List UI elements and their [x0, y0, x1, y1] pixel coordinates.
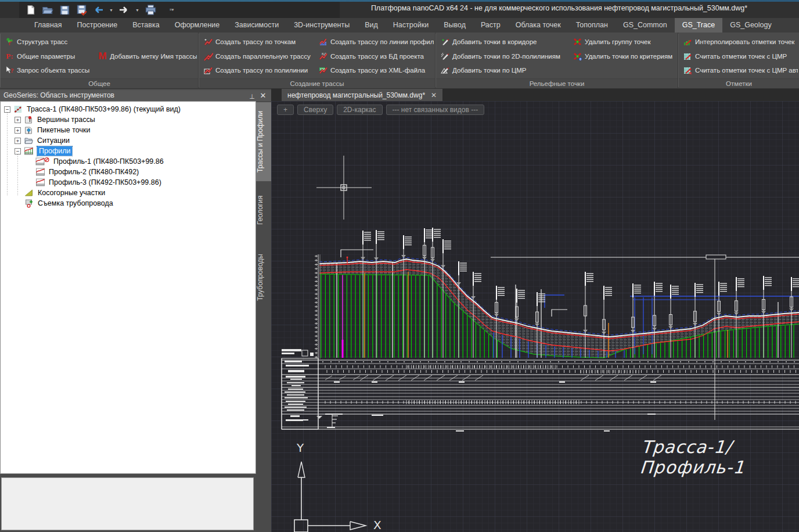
tree-item-vertices[interactable]: + Вершины трассы: [1, 114, 255, 125]
delete-point-group-button[interactable]: Удалить группу точек: [570, 35, 675, 48]
tab-glavnaya[interactable]: Главная: [27, 18, 70, 33]
pin-icon[interactable]: ⊥: [248, 92, 256, 100]
create-track-by-polyline-button[interactable]: Создать трассу по полилинии: [201, 64, 312, 77]
tab-gs-geology[interactable]: GS_Geology: [722, 18, 779, 33]
survey-icon: [24, 199, 35, 208]
ribbon-group-relief-points: Добавить точки в коридоре Добавить точки…: [435, 33, 678, 88]
expand-icon[interactable]: +: [15, 138, 21, 144]
tree-item-profile-3[interactable]: Профиль-3 (ПК492-ПК503+99.86): [1, 177, 255, 188]
tree-item-pipeline-survey[interactable]: Съемка трубопровода: [1, 198, 255, 209]
side-tab-pipelines[interactable]: Трубопроводы: [256, 247, 271, 308]
ucs-x-label: X: [373, 518, 381, 532]
tab-oblaka-tochek[interactable]: Облака точек: [508, 18, 568, 33]
add-points-in-corridor-button[interactable]: Добавить точки в коридоре: [438, 35, 567, 48]
tree-item-situations[interactable]: + Ситуации: [1, 135, 255, 146]
tab-topoplan[interactable]: Топоплан: [568, 18, 616, 33]
tree-item-profiles[interactable]: − Профили: [1, 146, 255, 156]
tree-item-pickets[interactable]: + Пикетные точки: [1, 125, 255, 135]
read-marks-from-dem-button[interactable]: Считать отметки точек с ЦМР: [681, 50, 798, 63]
tab-nastroyki[interactable]: Настройки: [386, 18, 436, 33]
profile-warning-icon: [35, 157, 51, 166]
ribbon-group-common: Структура трасс P: Общие параметры ? Зап…: [0, 33, 198, 88]
viewport-add-button[interactable]: +: [277, 105, 294, 115]
create-track-by-profile-line-button[interactable]: Создать трассу по линии профиля: [316, 35, 434, 48]
common-params-button[interactable]: P: Общие параметры: [2, 50, 92, 63]
query-track-object-button[interactable]: ? Запрос объекта трассы: [2, 64, 92, 77]
delete-points-criteria-icon: 0: [573, 51, 582, 61]
tool-panel-title: GeoSeries: Область инструментов: [3, 91, 114, 99]
group-caption-marks: Отметки: [679, 78, 799, 88]
window-title: Платформа nanoCAD x64 24 - не для коммер…: [325, 4, 793, 12]
document-tab-bar: нефтепровод магистральный_530мм.dwg* ✕: [271, 89, 799, 101]
svg-text:a: a: [689, 70, 692, 75]
save-as-icon[interactable]: [75, 3, 88, 16]
ribbon-tab-bar: Главная Построение Вставка Оформление За…: [0, 18, 799, 33]
create-parallel-track-button[interactable]: Создать параллельную трассу: [201, 50, 312, 63]
side-tab-geology[interactable]: Геология: [256, 189, 271, 231]
query-cursor-icon: ?: [5, 66, 15, 76]
button-label: Создать параллельную трассу: [215, 53, 311, 60]
tool-panel-empty-pane: [1, 477, 254, 530]
read-marks-from-dem-auto-button[interactable]: a Считать отметки точек с ЦМР авто: [681, 64, 798, 77]
undo-icon[interactable]: [92, 3, 105, 16]
drawing-window: нефтепровод магистральный_530мм.dwg* ✕: [271, 89, 799, 532]
save-icon[interactable]: [58, 3, 71, 16]
viewport-visual-style-button[interactable]: 2D-каркас: [337, 105, 382, 115]
tree-item-slope-sections[interactable]: Косогорные участки: [1, 188, 255, 198]
slope-icon: [24, 188, 35, 197]
tab-gs-trace[interactable]: GS_Trace: [675, 18, 723, 33]
document-tab[interactable]: нефтепровод магистральный_530мм.dwg* ✕: [282, 89, 442, 101]
undo-dropdown-icon[interactable]: ▼: [109, 3, 114, 16]
tab-vyvod[interactable]: Вывод: [436, 18, 473, 33]
close-icon[interactable]: ✕: [259, 92, 267, 100]
document-close-icon[interactable]: ✕: [431, 91, 437, 99]
side-tab-tracks-profiles[interactable]: Трассы и Профили: [256, 102, 271, 181]
drawing-canvas[interactable]: + Сверху 2D-каркас --- нет связанных вид…: [271, 101, 799, 532]
tab-3d-instrumenty[interactable]: 3D-инструменты: [286, 18, 357, 33]
tab-oformlenie[interactable]: Оформление: [167, 18, 228, 33]
toolbar-options-icon[interactable]: ≡▾: [169, 3, 174, 16]
tab-rastr[interactable]: Растр: [473, 18, 508, 33]
tab-zavisimosti[interactable]: Зависимости: [227, 18, 286, 33]
collapse-icon[interactable]: −: [15, 148, 21, 154]
tree-item-profile-2[interactable]: Профиль-2 (ПК480-ПК492): [1, 167, 255, 177]
interpolate-point-marks-button[interactable]: Интерполировать отметки точек: [681, 35, 798, 48]
create-track-from-db-button[interactable]: БД Создать трассу из БД проекта: [316, 50, 434, 63]
svg-text:0: 0: [580, 57, 581, 60]
redo-dropdown-icon[interactable]: ▼: [135, 3, 140, 16]
tree-item-profile-1[interactable]: Профиль-1 (ПК480-ПК503+99.86: [1, 156, 255, 167]
print-icon[interactable]: [144, 3, 157, 16]
tab-postroenie[interactable]: Построение: [70, 18, 125, 33]
viewport-view-button[interactable]: Сверху: [297, 105, 333, 115]
tool-panel-header: GeoSeries: Область инструментов ⊥ ✕: [0, 90, 271, 101]
tree-item-track-1[interactable]: − Трасса-1 (ПК480-ПК503+99.86) (текущий …: [1, 104, 255, 114]
side-tab-strip: Трассы и Профили Геология Трубопроводы: [256, 101, 271, 532]
open-file-icon[interactable]: [41, 3, 54, 16]
new-file-icon[interactable]: [24, 3, 37, 16]
profile-icon: [35, 167, 46, 177]
tab-gs-common[interactable]: GS_Common: [616, 18, 675, 33]
delete-points-by-criteria-button[interactable]: 0 Удалить точки по критериям: [570, 50, 675, 63]
expand-icon[interactable]: +: [15, 117, 21, 123]
structure-tracks-button[interactable]: Структура трасс: [2, 35, 92, 48]
dem-marks-icon: [683, 51, 693, 61]
track-tree[interactable]: − Трасса-1 (ПК480-ПК503+99.86) (текущий …: [0, 101, 256, 474]
add-points-by-dem-button[interactable]: Добавить точки по ЦМР: [438, 64, 567, 77]
redo-icon[interactable]: [118, 3, 131, 16]
collapse-icon[interactable]: −: [4, 106, 10, 113]
create-track-by-points-button[interactable]: Создать трассу по точкам: [201, 35, 312, 48]
tab-vstavka[interactable]: Вставка: [125, 18, 167, 33]
button-label: Создать трассу по линии профиля: [330, 38, 434, 45]
button-label: Создать трассу по полилинии: [215, 67, 308, 74]
add-track-name-label-button[interactable]: M Добавить метку Имя трассы: [95, 50, 197, 63]
button-label: Удалить точки по критериям: [585, 53, 672, 60]
create-track-from-xml-button[interactable]: XML Создать трассу из XML-файла: [316, 64, 434, 77]
profile-icon: [35, 178, 46, 187]
polyline-pen-icon: [440, 51, 450, 61]
add-points-by-2d-polylines-button[interactable]: Добавить точки по 2D-полилиниям: [438, 50, 567, 63]
expand-icon[interactable]: +: [15, 127, 21, 134]
viewport-linked-views-button[interactable]: --- нет связанных видов ---: [386, 105, 485, 115]
button-label: Добавить точки по 2D-полилиниям: [452, 53, 560, 60]
pickets-icon: [24, 125, 34, 135]
tab-vid[interactable]: Вид: [357, 18, 386, 33]
